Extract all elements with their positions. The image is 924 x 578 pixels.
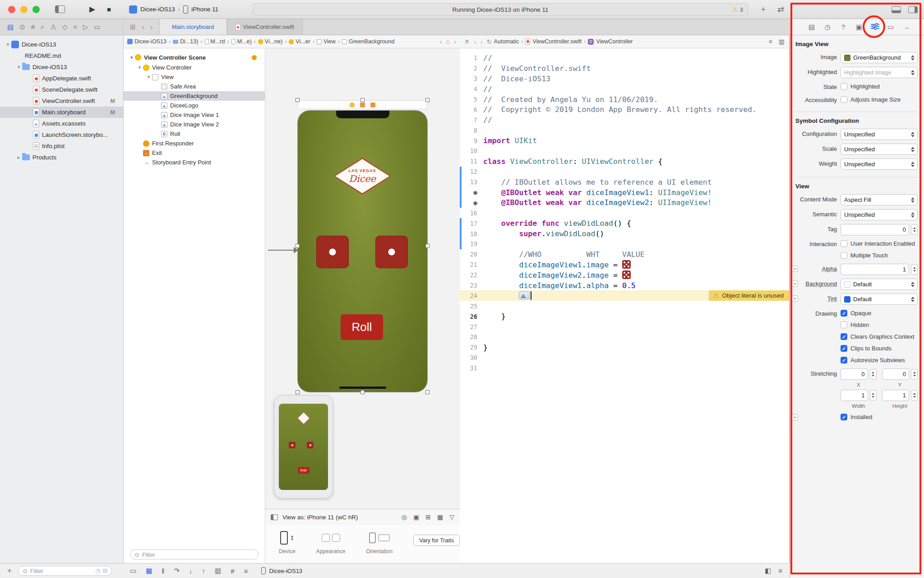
configuration-popup[interactable]: Unspecified (841, 129, 918, 140)
stretching-field-height[interactable]: 1 (882, 390, 910, 401)
file-row-main-storyboard[interactable]: Main.storyboardM (0, 107, 123, 118)
semantic-popup[interactable]: Unspecified (841, 209, 918, 220)
library-add-icon[interactable]: + (761, 5, 766, 14)
user-interaction-enabled-checkbox[interactable] (841, 240, 847, 247)
show-debug-area-icon[interactable]: ◧ (765, 567, 771, 575)
tag-field[interactable]: 0 (841, 224, 909, 235)
breadcrumb-vi-er[interactable]: Vi...er (289, 38, 310, 45)
issue-warning-icon[interactable]: ⚠ (445, 38, 451, 45)
close-window-button[interactable] (8, 6, 15, 13)
code-line-6[interactable]: 6// Copyright © 2019 London App Brewery.… (460, 104, 789, 115)
find-navigator-icon[interactable]: ⌕ (41, 23, 44, 31)
toggle-debug-area-icon[interactable] (892, 6, 901, 13)
running-process[interactable]: Dicee-iOS13 (261, 567, 302, 574)
breakpoint-navigator-icon[interactable]: ▷ (83, 23, 88, 31)
editor-options-icon[interactable]: ⇄ (777, 5, 784, 14)
scale-popup[interactable]: Unspecified (841, 144, 918, 155)
forward-icon[interactable]: › (151, 23, 153, 31)
code-line-29[interactable]: 29} (460, 342, 789, 353)
code-line-19[interactable]: 19 (460, 239, 789, 249)
content-mode-popup[interactable]: Aspect Fill (841, 194, 918, 205)
adjusts-image-size-checkbox[interactable] (841, 96, 847, 103)
outline-row-view-controller[interactable]: ▾View Controller (124, 63, 265, 72)
quick-help-inspector-icon[interactable]: ? (839, 23, 848, 31)
identity-inspector-icon[interactable]: ▣ (855, 23, 864, 31)
code-line-25[interactable]: 25 (460, 301, 789, 311)
stop-button[interactable]: ■ (107, 5, 111, 13)
file-row-viewcontroller-swift[interactable]: ViewController.swiftM (0, 95, 123, 107)
code-line-12[interactable]: 12 (460, 167, 789, 177)
file-row-info-plist[interactable]: Info.plist (0, 140, 123, 152)
resize-handle[interactable] (296, 244, 300, 248)
outlet-connection-icon[interactable]: ◉ (473, 188, 477, 196)
outline-row-view[interactable]: ▾View (124, 72, 265, 82)
outline-row-dice-image-view-2[interactable]: Dice Image View 2 (124, 120, 265, 129)
connections-inspector-icon[interactable]: → (902, 23, 911, 31)
pause-icon[interactable]: ‖ (162, 567, 164, 575)
add-file-icon[interactable]: + (7, 566, 12, 575)
highlighted-popup[interactable]: Highlighted Image (841, 67, 918, 78)
code-line-27[interactable]: 27 (460, 322, 789, 332)
code-line-30[interactable]: 30 (460, 353, 789, 363)
exit-icon[interactable] (370, 103, 375, 107)
zoom-window-button[interactable] (32, 6, 40, 13)
resolve-autolayout-icon[interactable]: ▽ (449, 513, 454, 521)
forward-icon[interactable]: › (480, 38, 483, 46)
disclosure-triangle-icon[interactable]: ▾ (145, 74, 152, 80)
code-line-8[interactable]: 8 (460, 125, 789, 135)
file-inspector-icon[interactable]: ▤ (807, 23, 816, 31)
code-line-5[interactable]: 5// Created by Angela Yu on 11/06/2019. (460, 94, 789, 105)
disclosure-triangle-icon[interactable]: ▾ (128, 55, 135, 61)
stepper-icon[interactable] (911, 264, 918, 275)
add-variation-button[interactable]: + (792, 266, 798, 272)
appearance-picker[interactable]: Appearance (316, 530, 346, 555)
step-over-icon[interactable]: ↷ (174, 567, 180, 575)
environment-overrides-icon[interactable]: ≡ (244, 567, 248, 575)
tint-popup[interactable]: Default (841, 294, 918, 305)
dicee-logo-image[interactable]: LAS VEGAS Dicee (334, 158, 391, 195)
outline-row-safe-area[interactable]: Safe Area (124, 82, 265, 91)
code-line-13[interactable]: 13 // IBOutlet allows me to reference a … (460, 177, 789, 187)
scene-header[interactable]: ▾ View Controller Scene (124, 52, 265, 63)
memory-graph-icon[interactable]: # (231, 567, 234, 575)
image-popup[interactable]: GreenBackground (841, 52, 918, 63)
code-line-14[interactable]: ◉ @IBOutlet weak var diceImageView1: UII… (460, 187, 789, 198)
add-variation-button[interactable]: + (792, 280, 798, 287)
code-line-15[interactable]: ◉ @IBOutlet weak var diceImageView2: UII… (460, 197, 789, 208)
code-line-21[interactable]: 21 diceImageView1.image = (460, 260, 789, 270)
resize-handle[interactable] (296, 98, 300, 102)
add-variation-button[interactable]: + (792, 414, 798, 420)
previous-issue-icon[interactable]: ‹ (440, 38, 442, 45)
breadcrumb-greenbackground[interactable]: GreenBackground (342, 38, 394, 45)
stepper-icon[interactable] (911, 224, 918, 235)
navigator-filter-field[interactable]: ⊙ Filter ◷ ⊟ (18, 566, 112, 576)
resize-handle[interactable] (296, 390, 300, 394)
breadcrumb-vi-ne[interactable]: Vi...ne) (258, 38, 282, 45)
code-line-31[interactable]: 31 (460, 363, 789, 373)
code-line-9[interactable]: 9import UIKit (460, 135, 789, 146)
inline-warning[interactable]: ⚠Object literal is unused (709, 290, 789, 301)
view-controller-icon[interactable] (350, 103, 355, 107)
highlighted-checkbox[interactable] (841, 83, 847, 90)
code-line-11[interactable]: 11class ViewController: UIViewController… (460, 156, 789, 167)
jump-bar-file[interactable]: ViewController.swift (532, 38, 582, 45)
device-bar-toggle-icon[interactable] (271, 514, 278, 520)
code-line-7[interactable]: 7// (460, 115, 789, 125)
clears-graphics-context-checkbox[interactable]: ✓ (841, 333, 847, 340)
first-responder-icon[interactable] (360, 103, 365, 107)
align-icon[interactable]: ⊞ (425, 513, 431, 521)
outline-row-exit[interactable]: →Exit (124, 148, 265, 158)
resize-handle[interactable] (425, 98, 430, 102)
breadcrumb-view[interactable]: View (317, 38, 336, 45)
outline-filter-field[interactable]: ⊙ Filter (130, 550, 259, 559)
file-row-appdelegate-swift[interactable]: AppDelegate.swift (0, 73, 123, 84)
background-popup[interactable]: Default (841, 279, 918, 290)
outline-row-first-responder[interactable]: First Responder (124, 139, 265, 148)
outline-row-greenbackground[interactable]: GreenBackground (124, 91, 265, 101)
code-line-10[interactable]: 10 (460, 146, 789, 156)
dice-image-view-1[interactable] (316, 236, 349, 268)
code-line-20[interactable]: 20 //WHO WHT VALUE (460, 249, 789, 260)
size-inspector-icon[interactable]: ▭ (886, 23, 895, 31)
code-line-24[interactable]: 24 ⚠Object literal is unused (460, 290, 789, 301)
attributes-inspector-icon[interactable] (870, 23, 879, 31)
